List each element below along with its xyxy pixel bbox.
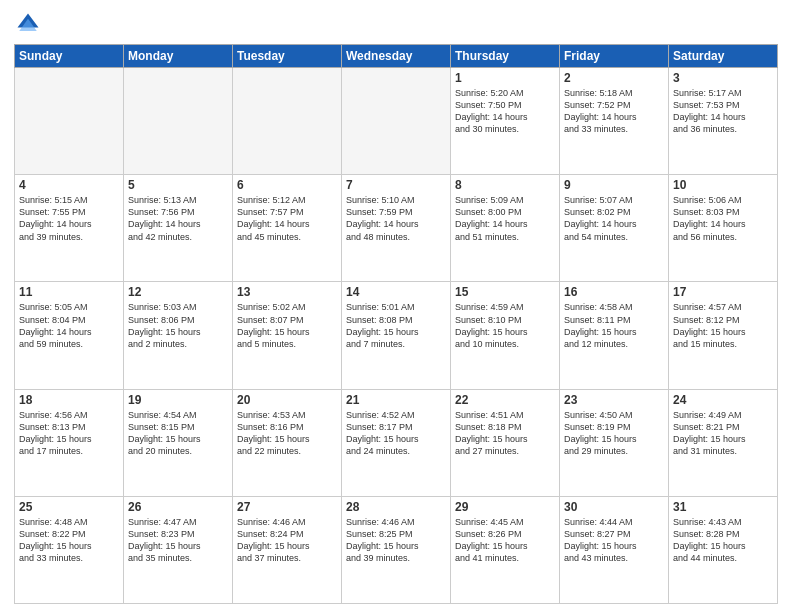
calendar-cell: 15Sunrise: 4:59 AM Sunset: 8:10 PM Dayli… [451, 282, 560, 389]
weekday-header-friday: Friday [560, 45, 669, 68]
day-number: 25 [19, 500, 119, 514]
day-number: 26 [128, 500, 228, 514]
day-info: Sunrise: 4:47 AM Sunset: 8:23 PM Dayligh… [128, 516, 228, 565]
day-info: Sunrise: 4:58 AM Sunset: 8:11 PM Dayligh… [564, 301, 664, 350]
day-number: 21 [346, 393, 446, 407]
calendar-cell: 20Sunrise: 4:53 AM Sunset: 8:16 PM Dayli… [233, 389, 342, 496]
weekday-header-saturday: Saturday [669, 45, 778, 68]
day-info: Sunrise: 5:07 AM Sunset: 8:02 PM Dayligh… [564, 194, 664, 243]
day-info: Sunrise: 5:02 AM Sunset: 8:07 PM Dayligh… [237, 301, 337, 350]
day-info: Sunrise: 4:48 AM Sunset: 8:22 PM Dayligh… [19, 516, 119, 565]
calendar-cell: 7Sunrise: 5:10 AM Sunset: 7:59 PM Daylig… [342, 175, 451, 282]
day-info: Sunrise: 5:10 AM Sunset: 7:59 PM Dayligh… [346, 194, 446, 243]
day-info: Sunrise: 4:59 AM Sunset: 8:10 PM Dayligh… [455, 301, 555, 350]
day-info: Sunrise: 4:54 AM Sunset: 8:15 PM Dayligh… [128, 409, 228, 458]
day-info: Sunrise: 4:46 AM Sunset: 8:25 PM Dayligh… [346, 516, 446, 565]
day-number: 16 [564, 285, 664, 299]
day-info: Sunrise: 4:43 AM Sunset: 8:28 PM Dayligh… [673, 516, 773, 565]
weekday-header-thursday: Thursday [451, 45, 560, 68]
calendar-cell: 1Sunrise: 5:20 AM Sunset: 7:50 PM Daylig… [451, 68, 560, 175]
day-number: 10 [673, 178, 773, 192]
day-info: Sunrise: 5:03 AM Sunset: 8:06 PM Dayligh… [128, 301, 228, 350]
calendar-table: SundayMondayTuesdayWednesdayThursdayFrid… [14, 44, 778, 604]
day-number: 31 [673, 500, 773, 514]
day-number: 2 [564, 71, 664, 85]
calendar-cell: 16Sunrise: 4:58 AM Sunset: 8:11 PM Dayli… [560, 282, 669, 389]
calendar-cell: 18Sunrise: 4:56 AM Sunset: 8:13 PM Dayli… [15, 389, 124, 496]
weekday-header-wednesday: Wednesday [342, 45, 451, 68]
day-number: 7 [346, 178, 446, 192]
calendar-cell: 31Sunrise: 4:43 AM Sunset: 8:28 PM Dayli… [669, 496, 778, 603]
weekday-header-sunday: Sunday [15, 45, 124, 68]
weekday-header-row: SundayMondayTuesdayWednesdayThursdayFrid… [15, 45, 778, 68]
day-info: Sunrise: 4:51 AM Sunset: 8:18 PM Dayligh… [455, 409, 555, 458]
day-number: 3 [673, 71, 773, 85]
calendar-cell [233, 68, 342, 175]
calendar-cell: 5Sunrise: 5:13 AM Sunset: 7:56 PM Daylig… [124, 175, 233, 282]
calendar-week-2: 11Sunrise: 5:05 AM Sunset: 8:04 PM Dayli… [15, 282, 778, 389]
day-info: Sunrise: 4:52 AM Sunset: 8:17 PM Dayligh… [346, 409, 446, 458]
calendar-week-0: 1Sunrise: 5:20 AM Sunset: 7:50 PM Daylig… [15, 68, 778, 175]
day-number: 6 [237, 178, 337, 192]
day-info: Sunrise: 4:44 AM Sunset: 8:27 PM Dayligh… [564, 516, 664, 565]
calendar-cell: 24Sunrise: 4:49 AM Sunset: 8:21 PM Dayli… [669, 389, 778, 496]
day-number: 29 [455, 500, 555, 514]
calendar-cell: 25Sunrise: 4:48 AM Sunset: 8:22 PM Dayli… [15, 496, 124, 603]
day-number: 5 [128, 178, 228, 192]
day-number: 19 [128, 393, 228, 407]
calendar-cell: 10Sunrise: 5:06 AM Sunset: 8:03 PM Dayli… [669, 175, 778, 282]
day-number: 4 [19, 178, 119, 192]
calendar-cell: 28Sunrise: 4:46 AM Sunset: 8:25 PM Dayli… [342, 496, 451, 603]
day-number: 17 [673, 285, 773, 299]
calendar-week-4: 25Sunrise: 4:48 AM Sunset: 8:22 PM Dayli… [15, 496, 778, 603]
day-number: 27 [237, 500, 337, 514]
day-number: 22 [455, 393, 555, 407]
day-number: 13 [237, 285, 337, 299]
calendar-week-3: 18Sunrise: 4:56 AM Sunset: 8:13 PM Dayli… [15, 389, 778, 496]
day-info: Sunrise: 4:49 AM Sunset: 8:21 PM Dayligh… [673, 409, 773, 458]
day-info: Sunrise: 4:45 AM Sunset: 8:26 PM Dayligh… [455, 516, 555, 565]
day-info: Sunrise: 4:53 AM Sunset: 8:16 PM Dayligh… [237, 409, 337, 458]
day-number: 30 [564, 500, 664, 514]
day-info: Sunrise: 5:05 AM Sunset: 8:04 PM Dayligh… [19, 301, 119, 350]
day-number: 11 [19, 285, 119, 299]
calendar-cell: 23Sunrise: 4:50 AM Sunset: 8:19 PM Dayli… [560, 389, 669, 496]
day-info: Sunrise: 5:09 AM Sunset: 8:00 PM Dayligh… [455, 194, 555, 243]
calendar-cell: 27Sunrise: 4:46 AM Sunset: 8:24 PM Dayli… [233, 496, 342, 603]
day-info: Sunrise: 5:17 AM Sunset: 7:53 PM Dayligh… [673, 87, 773, 136]
calendar-cell [124, 68, 233, 175]
day-info: Sunrise: 5:01 AM Sunset: 8:08 PM Dayligh… [346, 301, 446, 350]
day-number: 18 [19, 393, 119, 407]
day-number: 20 [237, 393, 337, 407]
day-number: 12 [128, 285, 228, 299]
day-info: Sunrise: 4:56 AM Sunset: 8:13 PM Dayligh… [19, 409, 119, 458]
calendar-cell: 19Sunrise: 4:54 AM Sunset: 8:15 PM Dayli… [124, 389, 233, 496]
day-info: Sunrise: 5:13 AM Sunset: 7:56 PM Dayligh… [128, 194, 228, 243]
calendar-cell [15, 68, 124, 175]
weekday-header-tuesday: Tuesday [233, 45, 342, 68]
calendar-cell: 11Sunrise: 5:05 AM Sunset: 8:04 PM Dayli… [15, 282, 124, 389]
day-info: Sunrise: 5:06 AM Sunset: 8:03 PM Dayligh… [673, 194, 773, 243]
calendar-cell [342, 68, 451, 175]
calendar-cell: 4Sunrise: 5:15 AM Sunset: 7:55 PM Daylig… [15, 175, 124, 282]
day-number: 8 [455, 178, 555, 192]
calendar-cell: 26Sunrise: 4:47 AM Sunset: 8:23 PM Dayli… [124, 496, 233, 603]
calendar-cell: 14Sunrise: 5:01 AM Sunset: 8:08 PM Dayli… [342, 282, 451, 389]
day-number: 24 [673, 393, 773, 407]
day-number: 23 [564, 393, 664, 407]
calendar-cell: 6Sunrise: 5:12 AM Sunset: 7:57 PM Daylig… [233, 175, 342, 282]
page: SundayMondayTuesdayWednesdayThursdayFrid… [0, 0, 792, 612]
day-info: Sunrise: 5:18 AM Sunset: 7:52 PM Dayligh… [564, 87, 664, 136]
calendar-cell: 21Sunrise: 4:52 AM Sunset: 8:17 PM Dayli… [342, 389, 451, 496]
day-number: 28 [346, 500, 446, 514]
calendar-cell: 30Sunrise: 4:44 AM Sunset: 8:27 PM Dayli… [560, 496, 669, 603]
calendar-cell: 12Sunrise: 5:03 AM Sunset: 8:06 PM Dayli… [124, 282, 233, 389]
header [14, 10, 778, 38]
calendar-cell: 29Sunrise: 4:45 AM Sunset: 8:26 PM Dayli… [451, 496, 560, 603]
calendar-week-1: 4Sunrise: 5:15 AM Sunset: 7:55 PM Daylig… [15, 175, 778, 282]
calendar-cell: 2Sunrise: 5:18 AM Sunset: 7:52 PM Daylig… [560, 68, 669, 175]
day-number: 15 [455, 285, 555, 299]
calendar-cell: 8Sunrise: 5:09 AM Sunset: 8:00 PM Daylig… [451, 175, 560, 282]
calendar-cell: 3Sunrise: 5:17 AM Sunset: 7:53 PM Daylig… [669, 68, 778, 175]
calendar-cell: 13Sunrise: 5:02 AM Sunset: 8:07 PM Dayli… [233, 282, 342, 389]
